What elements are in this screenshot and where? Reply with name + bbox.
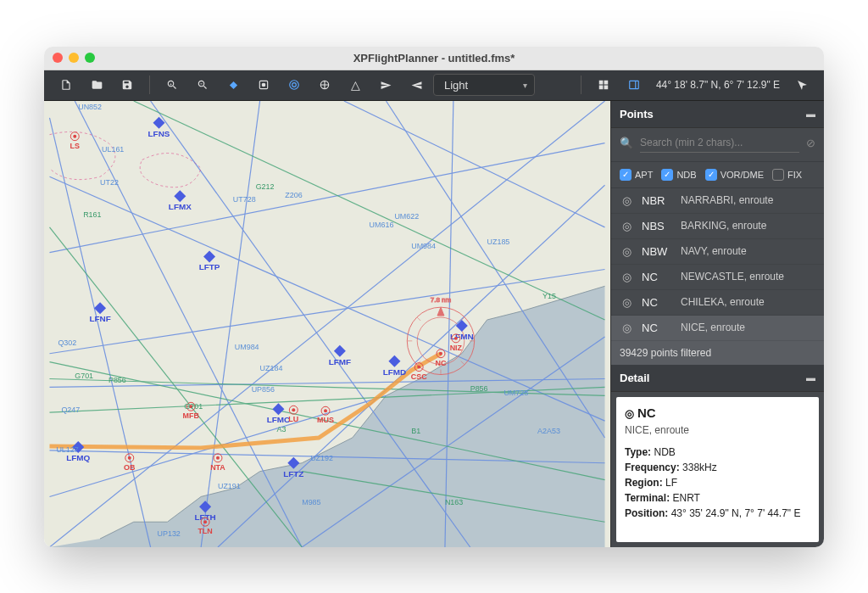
ndb-marker[interactable]: MUS [317, 406, 334, 424]
collapse-icon[interactable]: ▬ [806, 372, 815, 383]
map-svg: 7.8 nm LFNSLFMXLFTPLFNFLFMFLFMDLFMNLFMQL… [44, 101, 610, 547]
svg-text:MFB: MFB [183, 411, 200, 420]
svg-text:NC: NC [436, 358, 447, 366]
filter-fix-checkbox[interactable]: FIX [772, 169, 802, 181]
points-header-label: Points [620, 108, 654, 120]
airport-marker[interactable]: LFMF [329, 344, 351, 366]
minimize-icon[interactable] [69, 53, 79, 63]
svg-text:LFTZ: LFTZ [283, 468, 303, 478]
point-id: NC [642, 296, 672, 309]
zoom-out-button[interactable] [189, 73, 216, 97]
ndb-icon: ◎ [620, 296, 633, 309]
point-id: NC [642, 271, 672, 283]
airport-marker[interactable]: LFNS [148, 116, 170, 137]
layer-arr-button[interactable] [403, 73, 430, 97]
svg-text:LFMF: LFMF [329, 356, 351, 366]
point-desc: CHILEKA, enroute [681, 296, 815, 308]
points-search-input[interactable] [640, 133, 799, 153]
ndb-marker[interactable]: LS [70, 131, 80, 149]
list-item[interactable]: ◎ NBW NAVY, enroute [611, 239, 824, 265]
zoom-in-button[interactable] [159, 73, 186, 97]
ndb-marker[interactable]: OB [124, 453, 136, 471]
ndb-marker[interactable]: CSC [411, 362, 427, 380]
collapse-icon[interactable]: ▬ [806, 109, 815, 119]
point-id: NBS [642, 220, 672, 232]
airway-label: Z206 [285, 191, 302, 199]
ndb-icon: ◎ [620, 194, 633, 207]
ndb-icon: ◎ [625, 407, 634, 420]
ndb-marker[interactable]: NC [436, 349, 447, 366]
open-file-button[interactable] [83, 73, 110, 97]
app-window: XPFlightPlanner - untitled.fms* △ Light … [44, 47, 824, 547]
point-id: NC [642, 322, 672, 334]
svg-rect-43 [174, 190, 186, 202]
list-item[interactable]: ◎ NC CHILEKA, enroute [611, 290, 824, 316]
airway-label: R161 [83, 210, 101, 218]
ndb-icon: ◎ [620, 220, 633, 232]
point-desc: NICE, enroute [681, 322, 815, 333]
list-item[interactable]: ◎ NBS BARKING, enroute [611, 214, 824, 239]
ndb-marker[interactable]: LU [288, 406, 298, 423]
layer-ndb-button[interactable] [281, 73, 308, 97]
map-view[interactable]: 7.8 nm LFNSLFMXLFTPLFNFLFMFLFMDLFMNLFMQL… [44, 101, 610, 547]
airport-marker[interactable]: LFTP [199, 250, 220, 271]
filter-vor-checkbox[interactable]: ✓VOR/DME [705, 169, 764, 181]
filter-ndb-checkbox[interactable]: ✓NDB [661, 169, 696, 181]
svg-line-20 [344, 101, 605, 227]
zoom-icon[interactable] [85, 53, 95, 63]
airway-label: UM616 [370, 220, 394, 228]
layer-navaid-button[interactable] [250, 73, 277, 97]
point-desc: BARKING, enroute [681, 220, 815, 232]
airport-marker[interactable]: LFNF [89, 302, 110, 323]
airport-marker[interactable]: LFMN [450, 319, 474, 340]
filter-row: ✓APT ✓NDB ✓VOR/DME FIX [611, 162, 824, 188]
detail-body: ◎NC NICE, enroute Type: NDB Frequency: 3… [616, 397, 819, 542]
svg-rect-47 [94, 302, 106, 314]
svg-rect-6 [630, 81, 639, 88]
layer-dep-button[interactable] [372, 73, 399, 97]
airport-marker[interactable]: LFMX [169, 190, 192, 211]
list-item[interactable]: ◎ NC NEWCASTLE, enroute [611, 265, 824, 290]
svg-point-85 [128, 456, 131, 459]
list-item[interactable]: ◎ NC NICE, enroute [611, 316, 824, 341]
svg-point-82 [454, 336, 458, 339]
save-button[interactable] [114, 73, 141, 97]
svg-text:CSC: CSC [411, 372, 427, 380]
layer-vor-button[interactable] [311, 73, 338, 97]
svg-line-37 [417, 317, 420, 321]
airway-label: UM984 [235, 342, 259, 350]
filter-apt-checkbox[interactable]: ✓APT [620, 169, 653, 181]
airway-label: UM984 [411, 241, 436, 249]
airway-label: UT22 [100, 178, 119, 187]
svg-text:NTA: NTA [210, 462, 225, 471]
airway-label: UM622 [394, 211, 419, 220]
new-file-button[interactable] [53, 73, 80, 97]
window-controls [53, 53, 95, 63]
locate-button[interactable] [788, 73, 815, 97]
svg-text:LFMX: LFMX [169, 202, 192, 211]
airport-marker[interactable]: LFMC [267, 403, 291, 424]
layout-sidebar-button[interactable] [620, 73, 648, 97]
toolbar: △ Light 44° 18' 8.7" N, 6° 7' 12.9" E [44, 70, 824, 101]
svg-point-70 [292, 408, 295, 411]
clear-search-icon[interactable]: ⊘ [806, 137, 815, 149]
theme-select[interactable]: Light [433, 74, 535, 96]
airport-marker[interactable]: LFMD [383, 355, 407, 376]
layout-table-button[interactable] [590, 73, 617, 97]
list-item[interactable]: ◎ NBR NARRABRI, enroute [611, 188, 824, 214]
layer-airports-button[interactable] [220, 73, 247, 97]
cursor-coords: 44° 18' 8.7" N, 6° 7' 12.9" E [651, 79, 785, 91]
airway-label: UT728 [233, 195, 256, 204]
svg-point-2 [262, 83, 265, 87]
airway-label: Y15 [542, 292, 556, 300]
close-icon[interactable] [53, 53, 63, 63]
svg-rect-51 [388, 355, 400, 366]
svg-text:LFNS: LFNS [148, 128, 170, 137]
ndb-icon: ◎ [620, 271, 633, 283]
layer-fix-button[interactable]: △ [342, 73, 369, 97]
svg-point-3 [290, 81, 299, 90]
search-icon: 🔍 [620, 137, 633, 149]
svg-rect-45 [203, 250, 215, 262]
svg-point-4 [292, 83, 297, 87]
svg-text:MUS: MUS [317, 416, 334, 424]
